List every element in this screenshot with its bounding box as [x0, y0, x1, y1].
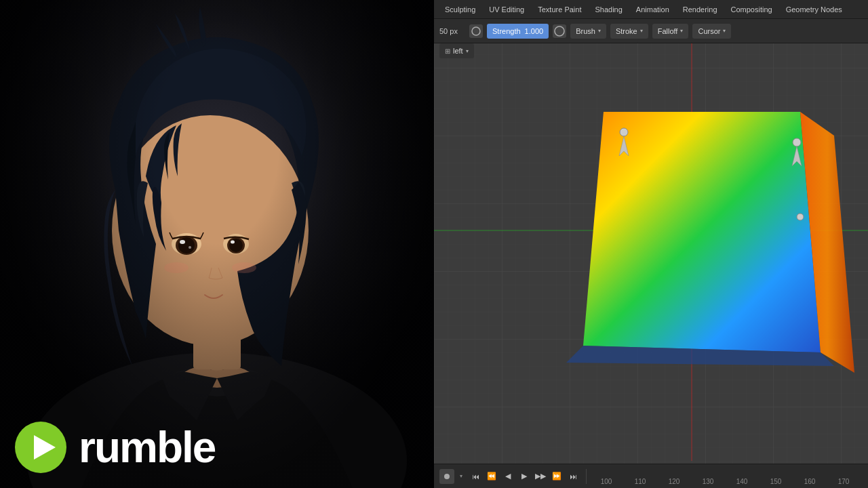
ruler-mark-160: 160: [793, 478, 827, 488]
svg-point-32: [555, 26, 564, 36]
ruler-mark-150: 150: [759, 478, 793, 488]
svg-point-26: [620, 128, 628, 136]
step-forward-btn[interactable]: ▶▶: [533, 469, 548, 484]
jump-start-btn[interactable]: ⏮: [468, 469, 483, 484]
brush-size-display: 50 px: [439, 27, 467, 35]
next-keyframe-btn[interactable]: ⏩: [549, 469, 564, 484]
brush-toolbar: 50 px Strength 1.000 Brush ▾ Stroke ▾ Fa…: [434, 19, 868, 43]
brush-size-icon[interactable]: [469, 24, 483, 38]
rumble-logo-icon: [14, 420, 68, 474]
svg-point-7: [178, 237, 195, 253]
jump-end-btn[interactable]: ⏭: [566, 469, 580, 484]
timeline-controls: ▾ ⏮ ⏪ ◀ ▶ ▶▶ ⏩ ⏭: [434, 469, 587, 484]
svg-point-14: [164, 262, 189, 273]
ruler-mark-120: 120: [657, 478, 691, 488]
svg-point-13: [231, 241, 235, 244]
tab-texture-paint[interactable]: Texture Paint: [532, 4, 587, 15]
strength-label: Strength: [492, 27, 521, 35]
ruler-label-160: 160: [804, 478, 816, 485]
svg-point-8: [180, 240, 185, 244]
brush-dropdown-label: Brush: [576, 27, 595, 35]
svg-point-9: [189, 246, 191, 249]
ruler-label-170: 170: [838, 478, 850, 485]
svg-point-28: [793, 138, 801, 146]
ruler-mark-100: 100: [589, 478, 623, 488]
ruler-label-100: 100: [601, 478, 612, 485]
stroke-dropdown[interactable]: Stroke ▾: [610, 24, 648, 39]
strength-group[interactable]: Strength 1.000: [487, 24, 549, 39]
ruler-label-120: 120: [669, 478, 680, 485]
ruler-mark-180: 180: [861, 478, 868, 488]
view-dropdown-chevron: ▾: [466, 48, 469, 54]
svg-point-30: [797, 214, 804, 220]
play-btn[interactable]: ▶: [517, 469, 532, 484]
viewport-grid: [434, 0, 868, 488]
view-selector[interactable]: ⊞ left ▾: [439, 43, 474, 58]
svg-rect-4: [193, 332, 241, 369]
timeline-bar: ▾ ⏮ ⏪ ◀ ▶ ▶▶ ⏩ ⏭ 100 110 120: [434, 464, 868, 488]
stroke-dropdown-label: Stroke: [616, 27, 637, 35]
ruler-label-140: 140: [736, 478, 748, 485]
prev-keyframe-btn[interactable]: ⏪: [484, 469, 499, 484]
tab-sculpting[interactable]: Sculpting: [439, 4, 481, 15]
cursor-dropdown[interactable]: Cursor ▾: [692, 24, 731, 39]
size-group: 50 px: [439, 24, 483, 38]
top-menu-bar: Sculpting UV Editing Texture Paint Shadi…: [434, 0, 868, 19]
tab-geometry-nodes[interactable]: Geometry Nodes: [781, 4, 848, 15]
tab-shading[interactable]: Shading: [589, 4, 627, 15]
frame-dropdown-btn[interactable]: ▾: [456, 469, 467, 484]
svg-point-15: [232, 262, 256, 273]
step-back-btn[interactable]: ◀: [500, 469, 515, 484]
falloff-dropdown-label: Falloff: [658, 27, 678, 35]
falloff-chevron-icon: ▾: [680, 28, 683, 34]
ruler-mark-140: 140: [725, 478, 759, 488]
tab-animation[interactable]: Animation: [631, 4, 675, 15]
cursor-chevron-icon: ▾: [723, 28, 726, 34]
ruler-mark-170: 170: [827, 478, 861, 488]
ruler-mark-130: 130: [691, 478, 725, 488]
svg-marker-23: [583, 112, 821, 352]
falloff-dropdown[interactable]: Falloff ▾: [652, 24, 689, 39]
svg-point-12: [229, 239, 243, 252]
ruler-marks: 100 110 120 130 140 150 160: [589, 464, 868, 488]
frame-dot: [444, 474, 450, 479]
view-grid-icon: ⊞: [445, 47, 450, 55]
tab-rendering[interactable]: Rendering: [677, 4, 723, 15]
ruler-label-130: 130: [703, 478, 714, 485]
character-illustration: [0, 0, 434, 488]
rumble-brand-name: rumble: [79, 426, 215, 469]
ruler-label-150: 150: [770, 478, 782, 485]
brush-end-icon[interactable]: [553, 24, 566, 38]
strength-value: 1.000: [525, 27, 544, 35]
ruler-mark-110: 110: [623, 478, 657, 488]
timeline-ruler[interactable]: 100 110 120 130 140 150 160: [587, 464, 868, 488]
cursor-dropdown-label: Cursor: [698, 27, 720, 35]
left-panel: rumble: [0, 0, 434, 488]
rumble-branding: rumble: [14, 420, 215, 474]
stroke-chevron-icon: ▾: [640, 28, 643, 34]
brush-dropdown[interactable]: Brush ▾: [570, 24, 606, 39]
tab-uv-editing[interactable]: UV Editing: [484, 4, 530, 15]
blender-viewport[interactable]: Sculpting UV Editing Texture Paint Shadi…: [434, 0, 868, 488]
ruler-label-110: 110: [635, 478, 646, 485]
frame-indicator: [439, 469, 454, 484]
tab-compositing[interactable]: Compositing: [726, 4, 778, 15]
svg-point-31: [472, 27, 480, 35]
brush-chevron-icon: ▾: [598, 28, 601, 34]
view-label: left: [453, 47, 463, 55]
